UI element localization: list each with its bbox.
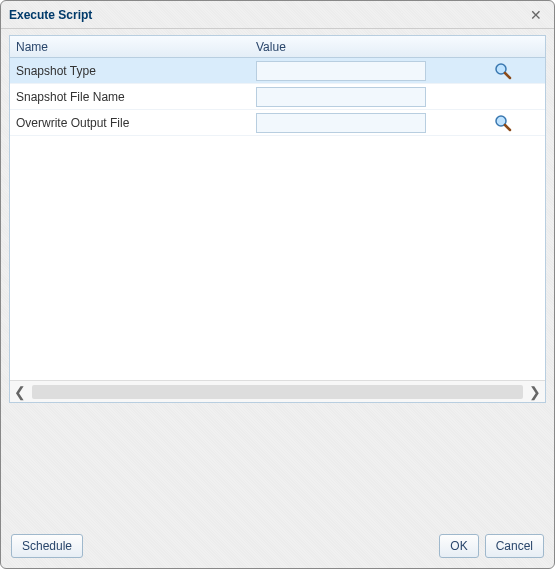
param-value-cell <box>250 87 460 107</box>
execute-script-dialog: Execute Script ✕ Name Value Snapshot Typ… <box>0 0 555 569</box>
table-row[interactable]: Snapshot Type <box>10 58 545 84</box>
magnifier-icon[interactable] <box>494 62 512 80</box>
table-row[interactable]: Snapshot File Name <box>10 84 545 110</box>
parameter-grid: Name Value Snapshot TypeSnapshot File Na… <box>9 35 546 403</box>
schedule-button[interactable]: Schedule <box>11 534 83 558</box>
param-value-input[interactable] <box>256 87 426 107</box>
grid-body: Snapshot TypeSnapshot File NameOverwrite… <box>10 58 545 380</box>
param-action-cell <box>460 114 545 132</box>
param-action-cell <box>460 62 545 80</box>
scroll-track[interactable] <box>32 385 523 399</box>
svg-line-1 <box>505 73 510 78</box>
column-header-action <box>460 36 545 57</box>
column-header-name[interactable]: Name <box>10 36 250 57</box>
param-name: Snapshot Type <box>10 64 250 78</box>
titlebar: Execute Script ✕ <box>1 1 554 29</box>
cancel-button[interactable]: Cancel <box>485 534 544 558</box>
grid-header: Name Value <box>10 36 545 58</box>
dialog-title: Execute Script <box>9 8 526 22</box>
close-icon[interactable]: ✕ <box>526 7 546 23</box>
svg-line-3 <box>505 125 510 130</box>
param-value-input[interactable] <box>256 61 426 81</box>
magnifier-icon[interactable] <box>494 114 512 132</box>
param-value-cell <box>250 61 460 81</box>
button-bar: Schedule OK Cancel <box>1 526 554 568</box>
scroll-right-icon[interactable]: ❯ <box>525 384 545 400</box>
param-name: Snapshot File Name <box>10 90 250 104</box>
ok-button[interactable]: OK <box>439 534 478 558</box>
table-row[interactable]: Overwrite Output File <box>10 110 545 136</box>
spacer <box>1 403 554 526</box>
param-value-input[interactable] <box>256 113 426 133</box>
horizontal-scrollbar: ❮ ❯ <box>10 380 545 402</box>
scroll-left-icon[interactable]: ❮ <box>10 384 30 400</box>
param-value-cell <box>250 113 460 133</box>
param-name: Overwrite Output File <box>10 116 250 130</box>
column-header-value[interactable]: Value <box>250 36 460 57</box>
